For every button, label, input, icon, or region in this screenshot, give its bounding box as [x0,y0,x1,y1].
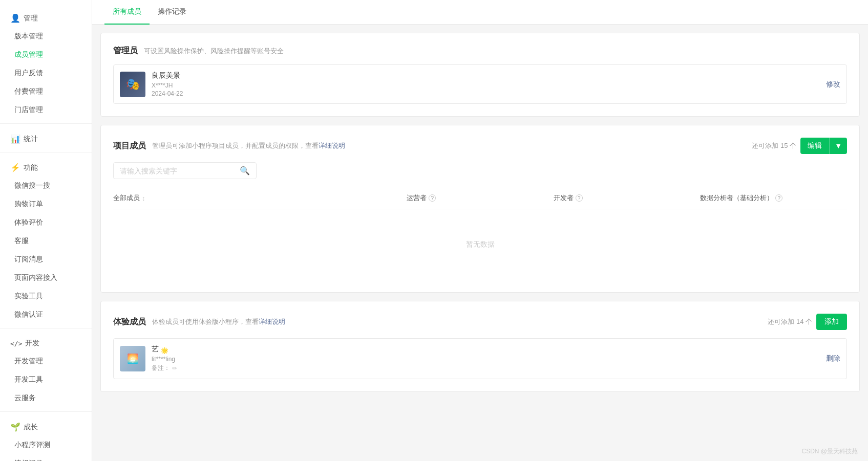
sidebar-item-messages[interactable]: 订阅消息 [0,250,92,269]
divider-4 [0,411,92,412]
sidebar-item-feedback[interactable]: 用户反馈 [0,64,92,82]
col-all-members: 全部成员 ↕ [113,193,407,203]
sidebar-item-wechat-search[interactable]: 微信搜一搜 [0,177,92,195]
admin-subtitle: 可设置风险操作保护、风险操作提醒等账号安全 [144,47,284,56]
operator-help-icon[interactable]: ? [429,194,436,202]
admin-card-header: 管理员 可设置风险操作保护、风险操作提醒等账号安全 [113,46,847,56]
admin-member-row: 🎭 良辰美景 X****JH 2024-04-22 修改 [113,64,847,104]
sidebar-item-miniapp-review[interactable]: 小程序评测 [0,436,92,454]
trial-detail-link[interactable]: 详细说明 [259,318,285,325]
sidebar-item-store[interactable]: 门店管理 [0,101,92,119]
sidebar-item-reviews[interactable]: 体验评价 [0,213,92,232]
growth-icon: 🌱 [10,422,20,432]
project-header-right: 还可添加 15 个 编辑 ▼ [752,138,847,154]
management-icon: 👤 [10,13,20,23]
divider-1 [0,123,92,124]
tab-operation-log[interactable]: 操作记录 [150,0,195,25]
sidebar-item-version[interactable]: 版本管理 [0,27,92,46]
dev-icon: </> [10,340,22,347]
sidebar-item-orders[interactable]: 购物订单 [0,195,92,213]
trial-card-header: 体验成员 体验成员可使用体验版小程序，查看详细说明 还可添加 14 个 添加 [113,314,847,330]
sidebar: 👤 管理 版本管理 成员管理 用户反馈 付费管理 门店管理 📊 统计 ⚡ 功能 … [0,0,92,461]
col-operator: 运营者 ? [407,193,554,203]
sidebar-item-page-content[interactable]: 页面内容接入 [0,269,92,287]
trial-member-note: 备注： ✏ [152,364,820,372]
footer-watermark: CSDN @景天科技苑 [801,447,858,456]
main-content: 所有成员 操作记录 管理员 可设置风险操作保护、风险操作提醒等账号安全 🎭 良辰… [92,0,868,461]
trial-member-row: 🌅 艺 🌟 lit****ling 备注： ✏ 删除 [113,338,847,379]
trial-member-name-row: 艺 🌟 [152,345,820,356]
crown-icon: 🌟 [161,347,168,354]
trial-subtitle: 体验成员可使用体验版小程序，查看详细说明 [152,317,285,326]
content-area: 管理员 可设置风险操作保护、风险操作提醒等账号安全 🎭 良辰美景 X****JH… [92,25,868,408]
functions-icon: ⚡ [10,163,20,172]
tab-all-members[interactable]: 所有成员 [104,0,150,25]
sidebar-item-payment[interactable]: 付费管理 [0,82,92,101]
sidebar-section-growth: 🌱 成长 小程序评测 违规记录 [0,414,92,461]
project-remaining: 还可添加 15 个 [752,141,796,150]
project-card-header: 项目成员 管理员可添加小程序项目成员，并配置成员的权限，查看详细说明 还可添加 … [113,138,847,154]
add-trial-button[interactable]: 添加 [816,314,847,330]
project-subtitle: 管理员可添加小程序项目成员，并配置成员的权限，查看详细说明 [152,141,345,150]
col-developer: 开发者 ? [554,193,701,203]
trial-avatar: 🌅 [120,346,145,371]
sidebar-section-growth-header: 🌱 成长 [0,418,92,436]
admin-title: 管理员 [113,46,138,56]
search-icon: 🔍 [240,166,250,175]
developer-help-icon[interactable]: ? [576,194,583,202]
sidebar-item-experiment[interactable]: 实验工具 [0,287,92,305]
sidebar-section-stats-header[interactable]: 📊 统计 [0,130,92,148]
project-title: 项目成员 [113,141,146,151]
note-edit-icon[interactable]: ✏ [172,365,177,372]
admin-member-info: 良辰美景 X****JH 2024-04-22 [152,71,820,97]
search-input[interactable] [120,167,236,175]
stats-icon: 📊 [10,134,20,144]
no-data-message: 暂无数据 [113,209,847,280]
divider-2 [0,152,92,152]
admin-member-name: 良辰美景 [152,71,820,80]
admin-member-action[interactable]: 修改 [826,80,840,89]
sidebar-item-dev-manage[interactable]: 开发管理 [0,352,92,370]
sidebar-section-functions-header: ⚡ 功能 [0,159,92,177]
sidebar-item-violation[interactable]: 违规记录 [0,454,92,461]
trial-member-name: 艺 [152,345,159,354]
project-detail-link[interactable]: 详细说明 [319,142,345,149]
edit-button[interactable]: 编辑 [800,138,829,154]
sidebar-section-management-label: 管理 [24,14,38,23]
table-header: 全部成员 ↕ 运营者 ? 开发者 ? 数据分析者（基础分析） ? [113,187,847,209]
admin-card: 管理员 可设置风险操作保护、风险操作提醒等账号安全 🎭 良辰美景 X****JH… [100,33,860,117]
admin-avatar: 🎭 [120,72,145,97]
admin-member-id: X****JH [152,82,820,89]
sidebar-section-management: 👤 管理 版本管理 成员管理 用户反馈 付费管理 门店管理 [0,5,92,121]
tab-bar: 所有成员 操作记录 [92,0,868,25]
col-analyst: 数据分析者（基础分析） ? [700,193,847,203]
admin-member-date: 2024-04-22 [152,90,820,97]
divider-3 [0,328,92,328]
sidebar-section-functions-label: 功能 [24,163,38,172]
sidebar-item-customer-service[interactable]: 客服 [0,232,92,250]
sidebar-item-wechat-verify[interactable]: 微信认证 [0,305,92,324]
trial-member-delete[interactable]: 删除 [826,354,840,363]
sidebar-section-dev-header: </> 开发 [0,335,92,352]
sidebar-section-functions: ⚡ 功能 微信搜一搜 购物订单 体验评价 客服 订阅消息 页面内容接入 实验工具… [0,155,92,326]
sidebar-item-cloud[interactable]: 云服务 [0,389,92,407]
trial-remaining: 还可添加 14 个 [768,317,812,326]
edit-split-button: 编辑 ▼ [800,138,847,154]
sidebar-item-member[interactable]: 成员管理 [0,46,92,64]
sidebar-item-dev-tools[interactable]: 开发工具 [0,370,92,389]
trial-title: 体验成员 [113,317,146,327]
trial-member-info: 艺 🌟 lit****ling 备注： ✏ [152,345,820,372]
trial-member-id: lit****ling [152,356,820,363]
analyst-help-icon[interactable]: ? [775,194,782,202]
trial-header-right: 还可添加 14 个 添加 [768,314,847,330]
sidebar-section-dev-label: 开发 [25,339,39,348]
sidebar-section-stats: 📊 统计 [0,126,92,150]
sidebar-section-stats-label: 统计 [24,135,38,144]
project-members-card: 项目成员 管理员可添加小程序项目成员，并配置成员的权限，查看详细说明 还可添加 … [100,125,860,293]
dropdown-button[interactable]: ▼ [829,138,847,154]
sidebar-section-dev: </> 开发 开发管理 开发工具 云服务 [0,331,92,409]
trial-members-card: 体验成员 体验成员可使用体验版小程序，查看详细说明 还可添加 14 个 添加 🌅… [100,301,860,392]
project-search-bar: 🔍 [113,162,257,179]
sidebar-section-growth-label: 成长 [24,423,38,432]
sidebar-section-management-header: 👤 管理 [0,9,92,27]
